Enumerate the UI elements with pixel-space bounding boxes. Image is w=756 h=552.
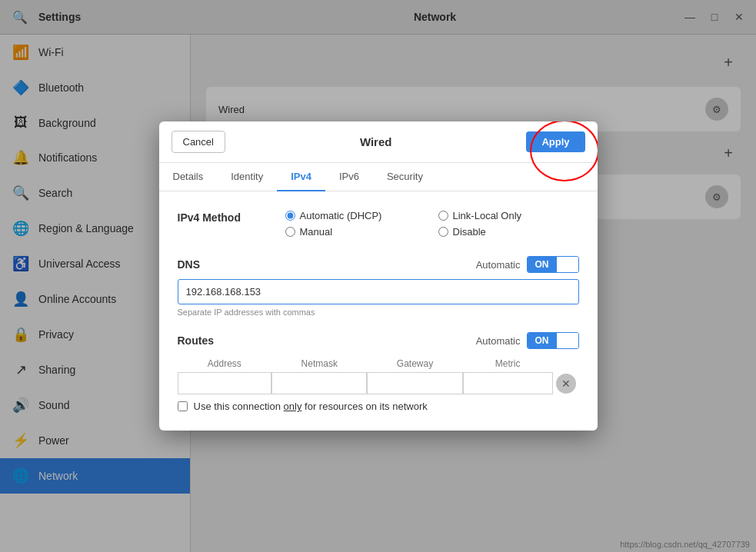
- radio-disable[interactable]: Disable: [438, 226, 579, 238]
- dns-label: DNS: [178, 258, 201, 271]
- col-address: Address: [178, 355, 272, 372]
- radio-disable-label: Disable: [453, 226, 486, 238]
- apply-button[interactable]: Apply: [526, 131, 584, 152]
- route-address-input[interactable]: [178, 372, 272, 394]
- routes-toggle-row: Automatic ON: [476, 332, 579, 349]
- tab-security[interactable]: Security: [373, 163, 437, 191]
- dns-input[interactable]: [178, 279, 579, 304]
- radio-manual[interactable]: Manual: [285, 226, 426, 238]
- radio-manual-label: Manual: [300, 226, 333, 238]
- only-resources-checkbox[interactable]: [178, 401, 188, 411]
- dns-toggle-row: Automatic ON: [476, 256, 579, 273]
- routes-section: Routes Automatic ON Address: [178, 332, 579, 412]
- tab-details[interactable]: Details: [159, 163, 218, 191]
- dialog-tabs: Details Identity IPv4 IPv6 Security: [159, 163, 598, 191]
- wired-dialog: Cancel Wired Apply Details Identity IPv4…: [159, 121, 598, 431]
- col-gateway: Gateway: [367, 355, 462, 372]
- radio-automatic[interactable]: Automatic (DHCP): [285, 210, 426, 221]
- col-metric: Metric: [463, 355, 553, 372]
- ipv4-method-row: IPv4 Method Automatic (DHCP) Link-Local …: [178, 210, 579, 238]
- route-delete-button[interactable]: ✕: [556, 374, 576, 394]
- radio-link-local[interactable]: Link-Local Only: [438, 210, 579, 221]
- dns-toggle-off[interactable]: [557, 257, 578, 272]
- dns-automatic-label: Automatic: [476, 259, 521, 271]
- routes-toggle[interactable]: ON: [527, 332, 579, 349]
- routes-table: Address Netmask Gateway Metric: [178, 355, 579, 394]
- dns-toggle[interactable]: ON: [527, 256, 579, 273]
- radio-link-local-label: Link-Local Only: [453, 210, 522, 221]
- dns-header: DNS Automatic ON: [178, 256, 579, 273]
- tab-ipv6[interactable]: IPv6: [325, 163, 373, 191]
- dns-section: DNS Automatic ON Separate IP addresses w…: [178, 256, 579, 317]
- route-metric-input[interactable]: [463, 372, 553, 394]
- dns-hint: Separate IP addresses with commas: [178, 308, 579, 317]
- col-netmask: Netmask: [271, 355, 367, 372]
- routes-toggle-off[interactable]: [557, 333, 578, 348]
- only-resources-label: Use this connection only for resources o…: [194, 401, 428, 412]
- ipv4-method-controls: Automatic (DHCP) Link-Local Only Manual: [285, 210, 579, 238]
- tab-identity[interactable]: Identity: [217, 163, 277, 191]
- dialog-title: Wired: [225, 135, 526, 148]
- routes-header: Routes Automatic ON: [178, 332, 579, 349]
- dialog-overlay: Cancel Wired Apply Details Identity IPv4…: [0, 0, 756, 552]
- radio-automatic-label: Automatic (DHCP): [300, 210, 382, 221]
- route-row: ✕: [178, 372, 579, 394]
- dialog-content: IPv4 Method Automatic (DHCP) Link-Local …: [159, 191, 598, 431]
- radio-link-local-input[interactable]: [438, 211, 448, 221]
- routes-label: Routes: [178, 334, 214, 347]
- route-gateway-input[interactable]: [367, 372, 462, 394]
- only-resources-row: Use this connection only for resources o…: [178, 401, 579, 412]
- tab-ipv4[interactable]: IPv4: [277, 163, 325, 191]
- radio-manual-input[interactable]: [285, 227, 295, 237]
- route-netmask-input[interactable]: [271, 372, 367, 394]
- routes-toggle-on[interactable]: ON: [528, 333, 557, 348]
- cancel-button[interactable]: Cancel: [172, 131, 225, 153]
- main-window: 🔍 Settings Network — □ ✕ 📶 Wi-Fi 🔷 Bluet…: [0, 0, 756, 552]
- ipv4-method-label: IPv4 Method: [178, 210, 285, 224]
- routes-automatic-label: Automatic: [476, 335, 521, 347]
- dns-toggle-on[interactable]: ON: [528, 257, 557, 272]
- dialog-title-bar: Cancel Wired Apply: [159, 121, 598, 163]
- radio-automatic-input[interactable]: [285, 211, 295, 221]
- radio-disable-input[interactable]: [438, 227, 448, 237]
